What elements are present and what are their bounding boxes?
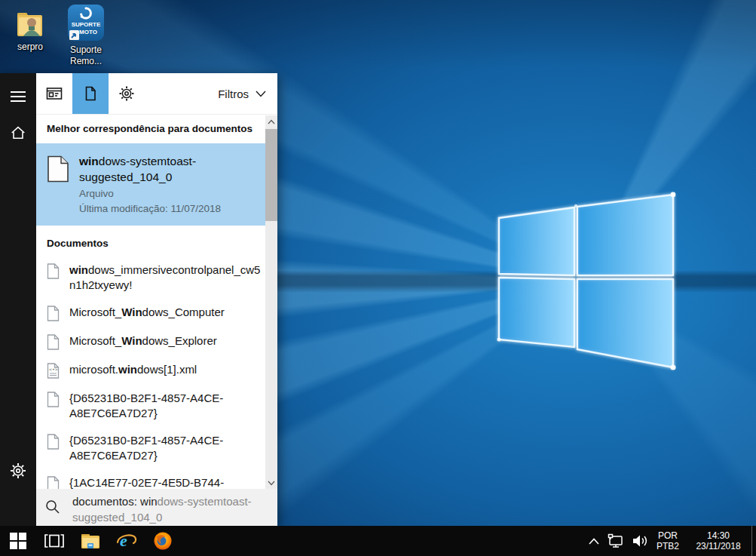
list-item[interactable]: {D65231B0-B2F1-4857-A4CE-A8E7C6EA7D27} [47, 391, 265, 421]
list-item[interactable]: {D65231B0-B2F1-4857-A4CE-A8E7C6EA7D27} [47, 433, 265, 463]
desktop-icon-serpro[interactable]: serpro [6, 6, 54, 53]
list-item[interactable]: Microsoft_Windows_Explorer [47, 333, 265, 350]
tab-settings[interactable] [109, 73, 145, 114]
date: 23/11/2018 [688, 541, 748, 551]
scrollbar-thumb[interactable] [265, 129, 277, 221]
list-item-label: windows_immersivecontrolpanel_cw5n1h2txy… [69, 263, 264, 293]
scrollbar[interactable] [265, 115, 277, 489]
file-icon [47, 155, 69, 183]
time: 14:30 [688, 530, 748, 541]
firefox-icon [153, 531, 173, 551]
svg-text:SUPORTE: SUPORTE [72, 21, 101, 28]
list-item-label: {D65231B0-B2F1-4857-A4CE-A8E7C6EA7D27} [69, 391, 264, 421]
best-match-section-title: Melhor correspondência para documentos [47, 122, 265, 136]
list-item-label: microsoft.windows[1].xml [69, 362, 264, 377]
list-item-label: {1AC14E77-02E7-4E5D-B744-2EB1AE5198B7} [69, 475, 264, 489]
scroll-up-button[interactable] [265, 115, 277, 127]
gear-icon [9, 462, 27, 480]
document-file-icon [47, 392, 60, 407]
rail-settings-button[interactable] [0, 458, 36, 484]
best-match-kind: Arquivo [79, 186, 256, 201]
documents-result-list: windows_immersivecontrolpanel_cw5n1h2txy… [47, 263, 265, 489]
firefox-button[interactable] [145, 526, 181, 556]
volume-icon [632, 533, 648, 548]
start-button[interactable] [0, 526, 36, 556]
chevron-up-icon [589, 538, 599, 545]
list-item[interactable]: windows_immersivecontrolpanel_cw5n1h2txy… [47, 263, 265, 293]
list-item[interactable]: <•>microsoft.windows[1].xml [47, 362, 265, 379]
search-flyout-panel: Filtros Melhor correspondência para docu… [0, 73, 277, 526]
taskbar: e [0, 526, 756, 556]
svg-text:MOTO: MOTO [79, 29, 97, 35]
desktop-icon-label: serpro [6, 41, 54, 53]
apps-tab-icon [45, 84, 63, 103]
document-file-icon [47, 306, 60, 321]
tab-documents[interactable] [72, 73, 109, 114]
home-button[interactable] [0, 120, 36, 146]
desktop-screen: serpro SUPORTE MOTO SuporteRemo... [0, 0, 756, 556]
documents-section-title: Documentos [47, 237, 265, 250]
tab-apps[interactable] [36, 73, 72, 114]
filters-label: Filtros [218, 88, 249, 100]
hidden-icons-button[interactable] [584, 526, 604, 556]
windows-start-icon [10, 533, 26, 549]
document-file-icon [47, 476, 60, 489]
hamburger-menu-icon [10, 90, 26, 103]
suporte-remoto-icon: SUPORTE MOTO [66, 3, 106, 42]
task-view-icon [44, 533, 64, 548]
file-explorer-button[interactable] [72, 526, 109, 556]
network-tray-button[interactable] [604, 526, 628, 556]
clock[interactable]: 14:30 23/11/2018 [688, 530, 748, 551]
document-file-icon [47, 263, 60, 279]
best-match-title: windows-systemtoast-suggested_104_0 [79, 153, 256, 185]
search-tabs-header: Filtros [36, 73, 277, 115]
settings-tab-icon [118, 84, 136, 103]
xml-file-icon: <•> [47, 363, 60, 379]
list-item[interactable]: Microsoft_Windows_Computer [47, 305, 265, 321]
internet-explorer-button[interactable]: e [109, 526, 145, 556]
desktop-icon-label: SuporteRemo... [62, 45, 110, 67]
home-icon [10, 124, 26, 141]
svg-text:e: e [120, 531, 127, 550]
shared-folder-user-icon [13, 6, 47, 39]
internet-explorer-icon: e [116, 531, 137, 551]
search-panel-content: Filtros Melhor correspondência para docu… [36, 73, 277, 526]
list-item-label: Microsoft_Windows_Explorer [69, 333, 264, 349]
task-view-button[interactable] [36, 526, 72, 556]
scroll-down-button[interactable] [265, 477, 277, 489]
chevron-down-icon [255, 88, 267, 100]
list-item[interactable]: {1AC14E77-02E7-4E5D-B744-2EB1AE5198B7} [47, 475, 265, 489]
chevron-down-icon [268, 481, 275, 486]
document-file-icon [47, 334, 60, 350]
document-file-icon [47, 434, 60, 450]
best-match-result[interactable]: windows-systemtoast-suggested_104_0 Arqu… [36, 143, 265, 226]
show-desktop-button[interactable] [751, 526, 756, 556]
file-explorer-icon [81, 532, 100, 550]
desktop-icon-suporte-remoto[interactable]: SUPORTE MOTO SuporteRemo... [62, 3, 110, 67]
documents-tab-icon [81, 84, 99, 103]
network-icon [608, 533, 624, 548]
system-tray: POR PTB2 14:30 23/11/2018 [584, 526, 756, 556]
best-match-modified: Última modificação: 11/07/2018 [79, 201, 256, 217]
filters-dropdown[interactable]: Filtros [218, 73, 277, 114]
list-item-label: {D65231B0-B2F1-4857-A4CE-A8E7C6EA7D27} [69, 433, 264, 463]
search-input[interactable]: documentos: windows-systemtoast-suggeste… [36, 489, 277, 526]
hamburger-menu-button[interactable] [0, 84, 36, 109]
search-query-text: documentos: windows-systemtoast-suggeste… [72, 493, 264, 526]
list-item-label: Microsoft_Windows_Computer [69, 305, 264, 320]
chevron-up-icon [268, 119, 275, 124]
search-icon [44, 499, 61, 515]
volume-tray-button[interactable] [628, 526, 652, 556]
language-indicator[interactable]: POR PTB2 [652, 530, 684, 551]
svg-text:<•>: <•> [49, 367, 58, 373]
search-panel-rail [0, 73, 36, 526]
search-results-list: Melhor correspondência para documentos w… [36, 115, 265, 489]
